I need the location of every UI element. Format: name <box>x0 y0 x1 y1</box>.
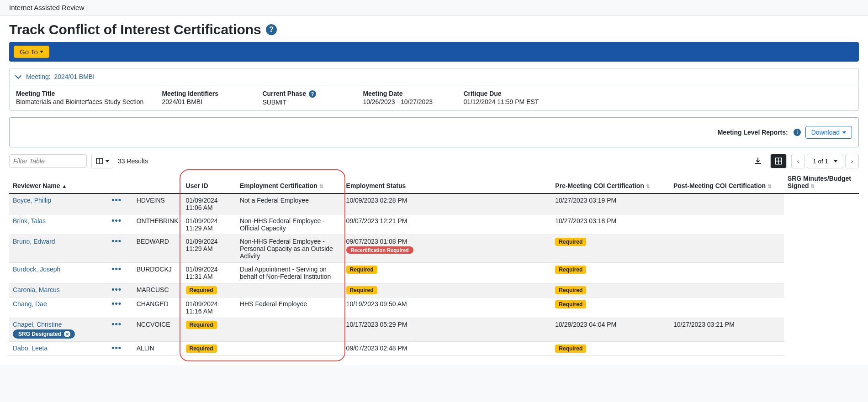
cell-empcert: 01/09/2024 11:29 AM <box>182 235 236 263</box>
row-actions-menu[interactable]: ••• <box>111 299 122 308</box>
app-title: Internet Assisted Review <box>9 4 84 11</box>
action-bar: Go To <box>9 42 859 62</box>
meta-value: 10/26/2023 - 10/27/2023 <box>363 98 445 105</box>
page-select[interactable]: 1 of 1 <box>807 154 843 168</box>
help-icon[interactable]: ? <box>266 24 277 35</box>
chevron-down-icon <box>106 160 109 162</box>
chevron-down-icon <box>15 73 21 79</box>
pager: ‹ 1 of 1 › <box>791 154 859 168</box>
grid-view-button[interactable] <box>770 154 787 168</box>
srg-designated-badge[interactable]: SRG Designated✕ <box>13 329 75 339</box>
reviewer-link[interactable]: Bruno, Edward <box>13 238 55 245</box>
cell-srg <box>670 235 784 263</box>
page-title: Track Conflict of Interest Certification… <box>9 22 261 37</box>
row-actions-menu[interactable]: ••• <box>111 319 122 329</box>
column-header[interactable]: Employment Certification⇅ <box>236 171 343 193</box>
report-bar: Meeting Level Reports: i Download <box>9 117 859 147</box>
cell-precert: Required <box>343 263 552 283</box>
info-icon[interactable]: i <box>794 129 801 136</box>
reviewer-link[interactable]: Dabo, Leeta <box>13 345 48 352</box>
row-actions-menu[interactable]: ••• <box>111 343 122 352</box>
required-badge: Required <box>555 266 586 274</box>
meeting-panel-toggle[interactable]: Meeting: 2024/01 BMBI <box>10 68 858 85</box>
column-header[interactable]: SRG Minutes/Budget Signed⇅ <box>784 171 859 193</box>
table-row: Boyce, Phillip•••HDVEINS01/09/2024 11:06… <box>9 193 859 214</box>
export-button[interactable] <box>750 154 766 168</box>
required-badge: Required <box>555 345 586 353</box>
certifications-table: Reviewer Name▲User IDEmployment Certific… <box>9 171 859 356</box>
cell-userid: HDVEINS <box>133 193 182 214</box>
prev-page-button[interactable]: ‹ <box>791 154 805 168</box>
table-row: Caronia, Marcus•••MARCUSCRequiredRequire… <box>9 283 859 298</box>
cell-postcert: Required <box>551 342 670 356</box>
meeting-label: Meeting: <box>26 73 51 80</box>
meta-value: 2024/01 BMBI <box>162 98 244 105</box>
cell-empstatus: Dual Appointment - Serving on behalf of … <box>236 263 343 283</box>
cell-postcert: Required <box>551 263 670 283</box>
reports-label: Meeting Level Reports: <box>718 129 788 136</box>
close-icon[interactable]: ✕ <box>64 331 70 337</box>
meeting-value: 2024/01 BMBI <box>54 73 95 80</box>
cell-srg: 10/27/2023 03:21 PM <box>670 318 784 342</box>
reviewer-link[interactable]: Chapel, Christine <box>13 321 62 328</box>
row-actions-menu[interactable]: ••• <box>111 216 122 225</box>
cell-empcert: Required <box>182 283 236 298</box>
grid-icon <box>774 157 783 165</box>
column-header[interactable]: Post-Meeting COI Certification⇅ <box>670 171 784 193</box>
reviewer-link[interactable]: Caronia, Marcus <box>13 286 60 293</box>
column-header[interactable]: User ID <box>182 171 236 193</box>
column-header[interactable]: Employment Status <box>343 171 552 193</box>
cell-empstatus <box>236 318 343 342</box>
cell-precert: 09/07/2023 02:48 PM <box>343 342 552 356</box>
required-badge: Required <box>186 286 217 294</box>
recert-badge: Recertification Required <box>346 246 413 254</box>
reviewer-link[interactable]: Brink, Talas <box>13 217 46 224</box>
goto-dropdown[interactable]: Go To <box>14 46 49 58</box>
cell-postcert: 10/28/2023 04:04 PM <box>551 318 670 342</box>
cell-srg <box>670 283 784 298</box>
cell-empcert: 01/09/2024 11:16 AM <box>182 298 236 318</box>
table-row: Chapel, ChristineSRG Designated✕•••NCCVO… <box>9 318 859 342</box>
cell-userid: ONTHEBRINK <box>133 214 182 235</box>
cell-empstatus: Non-HHS Federal Employee - Official Capa… <box>236 214 343 235</box>
reviewer-link[interactable]: Burdock, Joseph <box>13 266 60 273</box>
row-actions-menu[interactable]: ••• <box>111 264 122 273</box>
columns-button[interactable] <box>91 154 113 168</box>
next-page-button[interactable]: › <box>845 154 859 168</box>
reviewer-link[interactable]: Boyce, Phillip <box>13 197 51 204</box>
cell-precert: Required <box>343 283 552 298</box>
required-badge: Required <box>186 345 217 353</box>
cell-precert: 09/07/2023 12:21 PM <box>343 214 552 235</box>
meta-value: 01/12/2024 11:59 PM EST <box>463 98 545 105</box>
download-button[interactable]: Download <box>805 126 852 139</box>
table-row: Chang, Dae•••CHANGED01/09/2024 11:16 AMH… <box>9 298 859 318</box>
cell-empstatus: Non-HHS Federal Employee - Personal Capa… <box>236 235 343 263</box>
meta-label: Current Phase ? <box>262 90 344 98</box>
filter-input[interactable] <box>9 154 87 168</box>
cell-precert: 10/17/2023 05:29 PM <box>343 318 552 342</box>
chevron-down-icon <box>834 160 837 162</box>
column-header[interactable]: Pre-Meeting COI Certification⇅ <box>551 171 670 193</box>
meta-label: Critique Due <box>463 90 545 97</box>
meta-label: Meeting Date <box>363 90 445 97</box>
column-header[interactable]: Reviewer Name▲ <box>9 171 108 193</box>
meta-value: SUBMIT <box>262 99 344 106</box>
cell-empcert: 01/09/2024 11:31 AM <box>182 263 236 283</box>
cell-userid: CHANGED <box>133 298 182 318</box>
meta-label: Meeting Title <box>16 90 143 97</box>
row-actions-menu[interactable]: ••• <box>111 195 122 204</box>
help-icon[interactable]: ? <box>309 90 316 98</box>
cell-precert: 10/09/2023 02:28 PM <box>343 193 552 214</box>
cell-empstatus <box>236 342 343 356</box>
cell-srg <box>670 298 784 318</box>
download-icon <box>754 157 762 165</box>
cell-empcert: 01/09/2024 11:29 AM <box>182 214 236 235</box>
table-row: Brink, Talas•••ONTHEBRINK01/09/2024 11:2… <box>9 214 859 235</box>
cell-userid: NCCVOICE <box>133 318 182 342</box>
reviewer-link[interactable]: Chang, Dae <box>13 300 47 308</box>
table-row: Dabo, Leeta•••ALLINRequired09/07/2023 02… <box>9 342 859 356</box>
row-actions-menu[interactable]: ••• <box>111 285 122 294</box>
row-actions-menu[interactable]: ••• <box>111 236 122 245</box>
table-toolbar: 33 Results ‹ 1 of 1 › <box>9 154 859 168</box>
required-badge: Required <box>346 286 377 294</box>
